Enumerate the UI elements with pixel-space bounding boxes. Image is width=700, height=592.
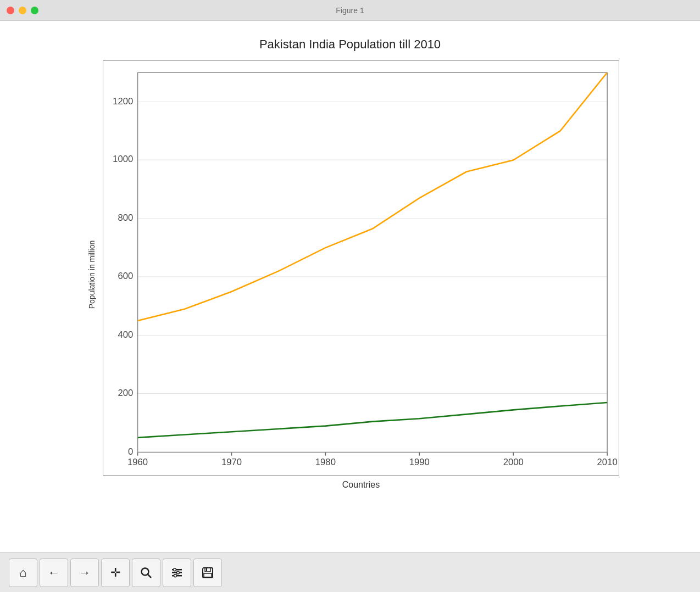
back-button[interactable]: ← (40, 559, 68, 587)
svg-text:1960: 1960 (127, 456, 148, 467)
svg-point-37 (177, 571, 180, 574)
toolbar: ⌂ ← → ✛ (0, 552, 700, 592)
svg-text:2000: 2000 (503, 456, 524, 467)
svg-text:1000: 1000 (113, 154, 133, 164)
svg-text:600: 600 (118, 271, 133, 281)
svg-point-38 (174, 574, 177, 577)
svg-point-36 (174, 568, 176, 571)
minimize-button[interactable] (19, 7, 26, 14)
chart-area: 0 200 400 600 800 (103, 60, 619, 489)
svg-text:1200: 1200 (113, 96, 133, 107)
chart-svg: 0 200 400 600 800 (103, 61, 619, 475)
save-icon (202, 567, 214, 579)
home-button[interactable]: ⌂ (9, 559, 37, 587)
configure-icon (171, 567, 183, 579)
svg-text:800: 800 (118, 213, 133, 223)
svg-text:2010: 2010 (597, 456, 618, 467)
chart-wrapper: Population in million (81, 60, 619, 489)
save-button[interactable] (193, 559, 222, 587)
svg-rect-41 (204, 573, 212, 577)
zoom-icon (140, 567, 152, 579)
india-line (138, 72, 608, 321)
svg-text:0: 0 (128, 446, 133, 457)
y-axis-label: Population in million (87, 241, 96, 309)
svg-text:1980: 1980 (315, 456, 336, 467)
main-content: Pakistan India Population till 2010 Popu… (0, 21, 700, 552)
close-button[interactable] (7, 7, 14, 14)
chart-svg-container: 0 200 400 600 800 (103, 60, 619, 476)
svg-text:1970: 1970 (221, 456, 242, 467)
pakistan-line (138, 403, 608, 438)
svg-rect-42 (206, 568, 207, 571)
svg-text:1990: 1990 (409, 456, 430, 467)
x-axis-label: Countries (103, 480, 619, 492)
y-axis-label-container: Population in million (81, 60, 103, 489)
pan-button[interactable]: ✛ (101, 559, 130, 587)
title-bar-buttons (7, 7, 38, 14)
configure-button[interactable] (163, 559, 191, 587)
window-title: Figure 1 (336, 6, 364, 15)
maximize-button[interactable] (31, 7, 38, 14)
svg-rect-0 (138, 72, 608, 453)
svg-text:400: 400 (118, 329, 133, 340)
window: Figure 1 Pakistan India Population till … (0, 0, 700, 592)
chart-title: Pakistan India Population till 2010 (259, 37, 441, 52)
svg-line-32 (148, 574, 151, 578)
forward-button[interactable]: → (70, 559, 99, 587)
svg-point-31 (142, 568, 149, 575)
title-bar: Figure 1 (0, 0, 700, 21)
svg-rect-40 (205, 568, 210, 572)
svg-text:200: 200 (118, 388, 133, 398)
zoom-button[interactable] (132, 559, 160, 587)
